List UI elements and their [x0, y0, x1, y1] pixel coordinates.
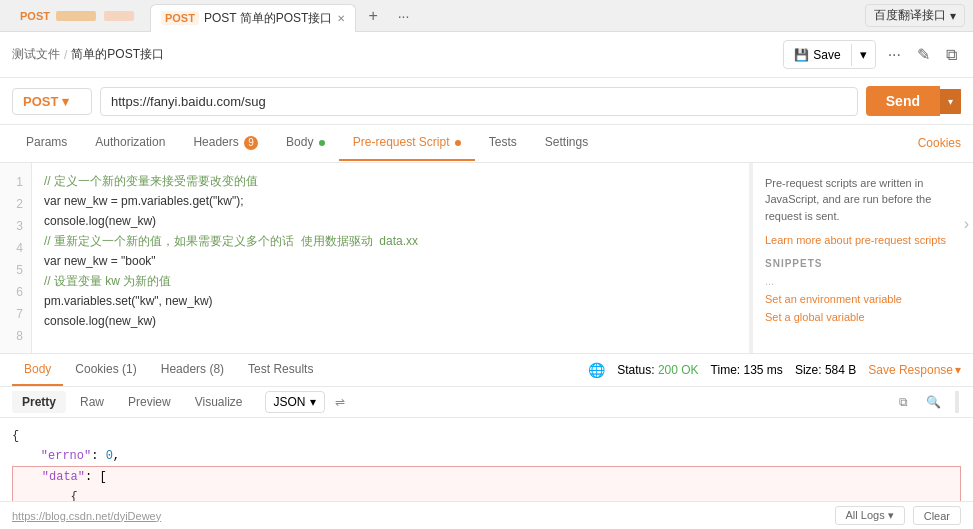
snippet-set-global[interactable]: Set a global variable	[765, 311, 961, 323]
resize-handle-horiz[interactable]	[955, 391, 959, 413]
send-dropdown-button[interactable]: ▾	[940, 89, 961, 114]
breadcrumb-current: 简单的POST接口	[71, 46, 164, 63]
tab-body[interactable]: Body	[272, 125, 339, 161]
breadcrumb: 测试文件 / 简单的POST接口	[12, 46, 164, 63]
response-tabs-row: Body Cookies (1) Headers (8) Test Result…	[0, 354, 973, 387]
bottom-bar: https://blog.csdn.net/dyiDewey All Logs …	[0, 501, 973, 529]
size-label: Size: 584 B	[795, 363, 856, 377]
send-button[interactable]: Send	[866, 86, 940, 116]
tab-method-badge: POST	[20, 10, 50, 22]
copy-response-icon[interactable]: ⧉	[893, 391, 914, 413]
tab-authorization[interactable]: Authorization	[81, 125, 179, 161]
json-format-selector[interactable]: JSON ▾	[265, 391, 325, 413]
learn-more-link[interactable]: Learn more about pre-request scripts	[765, 234, 961, 246]
globe-icon: 🌐	[588, 362, 605, 378]
code-line-9	[44, 331, 737, 351]
code-line-3: console.log(new_kw)	[44, 211, 737, 231]
browser-tab-active[interactable]: POST POST 简单的POST接口 ✕	[150, 4, 356, 32]
side-panel: Pre-request scripts are written in JavaS…	[753, 163, 973, 353]
code-line-8: console.log(new_kw)	[44, 311, 737, 331]
send-button-group: Send ▾	[866, 86, 961, 116]
breadcrumb-root: 测试文件	[12, 46, 60, 63]
save-icon: 💾	[794, 48, 809, 62]
method-chevron: ▾	[62, 94, 69, 109]
clear-button[interactable]: Clear	[913, 506, 961, 525]
format-raw[interactable]: Raw	[70, 391, 114, 413]
tab-title-placeholder	[56, 11, 96, 21]
size-value: 584 B	[825, 363, 856, 377]
code-line-1: // 定义一个新的变量来接受需要改变的值	[44, 171, 737, 191]
snippets-title: SNIPPETS	[765, 258, 961, 269]
save-button[interactable]: 💾 Save	[784, 44, 851, 66]
json-line-1: {	[12, 426, 961, 446]
response-tab-headers[interactable]: Headers (8)	[149, 354, 236, 386]
time-label: Time: 135 ms	[711, 363, 783, 377]
code-line-6: // 设置变量 kw 为新的值	[44, 271, 737, 291]
bottom-link[interactable]: https://blog.csdn.net/dyiDewey	[12, 510, 161, 522]
save-dropdown-button[interactable]: ▾	[852, 41, 875, 68]
url-input[interactable]	[100, 87, 858, 116]
status-label: Status: 200 OK	[617, 363, 698, 377]
more-tabs-button[interactable]: ···	[390, 8, 418, 24]
env-selector[interactable]: 百度翻译接口 ▾	[865, 4, 965, 27]
all-logs-button[interactable]: All Logs ▾	[835, 506, 905, 525]
tab-title-placeholder2	[104, 11, 134, 21]
code-line-2: var new_kw = pm.variables.get("kw");	[44, 191, 737, 211]
snippets-overflow-text: ...	[765, 275, 961, 287]
json-line-2: "errno": 0,	[12, 446, 961, 466]
snippet-set-env[interactable]: Set an environment variable	[765, 293, 961, 305]
format-visualize[interactable]: Visualize	[185, 391, 253, 413]
tab-headers[interactable]: Headers 9	[179, 125, 272, 162]
format-preview[interactable]: Preview	[118, 391, 181, 413]
json-line-3: "data": [	[12, 466, 961, 487]
active-tab-method: POST	[161, 11, 199, 25]
prerequest-dot	[455, 140, 461, 146]
tab-prerequest[interactable]: Pre-request Script	[339, 125, 475, 161]
copy-icon[interactable]: ⧉	[942, 42, 961, 68]
format-pretty[interactable]: Pretty	[12, 391, 66, 413]
code-line-5: var new_kw = "book"	[44, 251, 737, 271]
browser-tab-inactive[interactable]: POST	[8, 2, 146, 30]
breadcrumb-separator: /	[64, 48, 67, 62]
env-chevron: ▾	[950, 9, 956, 23]
side-panel-description: Pre-request scripts are written in JavaS…	[765, 175, 961, 225]
method-selector[interactable]: POST ▾	[12, 88, 92, 115]
search-response-icon[interactable]: 🔍	[920, 391, 947, 413]
save-response-button[interactable]: Save Response ▾	[868, 363, 961, 377]
side-panel-chevron: ›	[964, 215, 969, 233]
response-format-row: Pretty Raw Preview Visualize JSON ▾ ⇌ ⧉ …	[0, 387, 973, 418]
tab-settings[interactable]: Settings	[531, 125, 602, 161]
save-label: Save	[813, 48, 840, 62]
line-numbers: 1 2 3 4 5 6 7 8 9	[0, 163, 32, 353]
edit-icon[interactable]: ✎	[913, 41, 934, 68]
more-options-button[interactable]: ···	[884, 42, 905, 68]
response-tab-body[interactable]: Body	[12, 354, 63, 386]
body-dot	[319, 140, 325, 146]
close-tab-icon[interactable]: ✕	[337, 13, 345, 24]
response-tab-cookies[interactable]: Cookies (1)	[63, 354, 148, 386]
method-label: POST	[23, 94, 58, 109]
code-line-4: // 重新定义一个新的值，如果需要定义多个的话 使用数据驱动 data.xx	[44, 231, 737, 251]
status-value: 200 OK	[658, 363, 699, 377]
env-label: 百度翻译接口	[874, 7, 946, 24]
response-tab-test-results[interactable]: Test Results	[236, 354, 325, 386]
tab-tests[interactable]: Tests	[475, 125, 531, 161]
save-button-group: 💾 Save ▾	[783, 40, 875, 69]
code-line-7: pm.variables.set("kw", new_kw)	[44, 291, 737, 311]
headers-badge: 9	[244, 136, 258, 150]
new-tab-button[interactable]: +	[360, 7, 385, 25]
tab-params[interactable]: Params	[12, 125, 81, 161]
active-tab-title: POST 简单的POST接口	[204, 10, 332, 27]
time-value: 135 ms	[744, 363, 783, 377]
code-editor[interactable]: // 定义一个新的变量来接受需要改变的值 var new_kw = pm.var…	[32, 163, 749, 353]
format-toggle-icon[interactable]: ⇌	[329, 391, 351, 413]
cookies-link[interactable]: Cookies	[918, 136, 961, 150]
